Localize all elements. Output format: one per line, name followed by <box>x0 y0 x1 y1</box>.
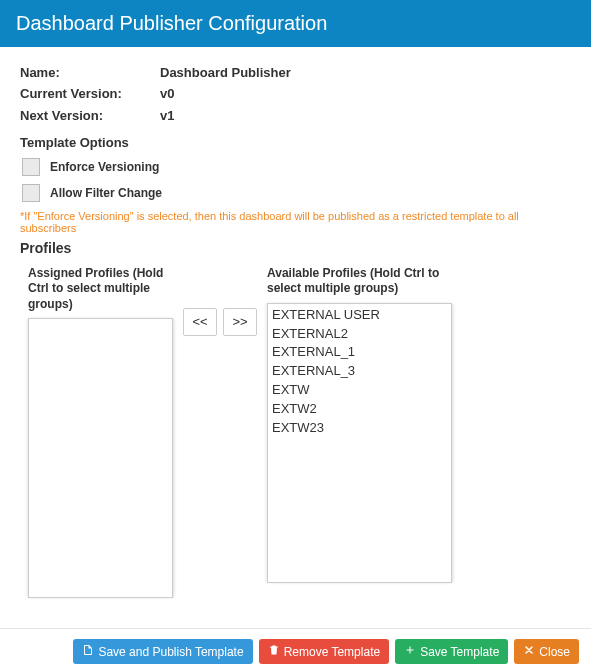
field-name-row: Name: Dashboard Publisher <box>20 65 571 80</box>
assigned-profiles-label: Assigned Profiles (Hold Ctrl to select m… <box>28 266 173 313</box>
list-item[interactable]: EXTW2 <box>272 400 447 419</box>
allow-filter-change-row: Allow Filter Change <box>20 184 571 202</box>
profiles-title: Profiles <box>20 240 571 256</box>
plus-icon <box>404 644 416 659</box>
trash-icon <box>268 644 280 659</box>
profiles-grid: Assigned Profiles (Hold Ctrl to select m… <box>20 266 571 599</box>
dialog-header: Dashboard Publisher Configuration <box>0 0 591 47</box>
available-profiles-column: Available Profiles (Hold Ctrl to select … <box>267 266 452 583</box>
close-button[interactable]: Close <box>514 639 579 664</box>
current-version-value: v0 <box>160 86 174 102</box>
dialog-title: Dashboard Publisher Configuration <box>16 12 327 34</box>
allow-filter-change-checkbox[interactable] <box>22 184 40 202</box>
allow-filter-change-label: Allow Filter Change <box>50 186 162 200</box>
list-item[interactable]: EXTERNAL2 <box>272 325 447 344</box>
remove-template-button[interactable]: Remove Template <box>259 639 390 664</box>
list-item[interactable]: EXTERNAL_1 <box>272 343 447 362</box>
save-template-button[interactable]: Save Template <box>395 639 508 664</box>
template-options-title: Template Options <box>20 135 571 150</box>
save-publish-button[interactable]: Save and Publish Template <box>73 639 252 664</box>
next-version-value: v1 <box>160 108 174 123</box>
list-item[interactable]: EXTERNAL_3 <box>272 362 447 381</box>
enforce-versioning-row: Enforce Versioning <box>20 158 571 176</box>
enforce-versioning-checkbox[interactable] <box>22 158 40 176</box>
assigned-profiles-listbox[interactable] <box>28 318 173 598</box>
available-profiles-listbox[interactable]: EXTERNAL USEREXTERNAL2EXTERNAL_1EXTERNAL… <box>267 303 452 583</box>
field-next-version-row: Next Version: v1 <box>20 108 571 123</box>
enforce-versioning-hint: *If "Enforce Versioning" is selected, th… <box>20 210 571 234</box>
document-icon <box>82 644 94 659</box>
list-item[interactable]: EXTW23 <box>272 419 447 438</box>
enforce-versioning-label: Enforce Versioning <box>50 160 159 174</box>
field-current-version-row: Current Version: v0 <box>20 86 571 102</box>
dialog-body: Name: Dashboard Publisher Current Versio… <box>0 47 591 608</box>
next-version-label: Next Version: <box>20 108 160 123</box>
list-item[interactable]: EXTERNAL USER <box>272 306 447 325</box>
list-item[interactable]: EXTW <box>272 381 447 400</box>
save-template-label: Save Template <box>420 645 499 659</box>
move-right-button[interactable]: >> <box>223 308 257 336</box>
available-profiles-label: Available Profiles (Hold Ctrl to select … <box>267 266 452 297</box>
name-label: Name: <box>20 65 160 80</box>
move-left-button[interactable]: << <box>183 308 217 336</box>
dialog-footer: Save and Publish Template Remove Templat… <box>0 628 591 665</box>
mover-buttons: << >> <box>183 308 257 336</box>
name-value: Dashboard Publisher <box>160 65 291 80</box>
close-label: Close <box>539 645 570 659</box>
remove-template-label: Remove Template <box>284 645 381 659</box>
assigned-profiles-column: Assigned Profiles (Hold Ctrl to select m… <box>28 266 173 599</box>
close-icon <box>523 644 535 659</box>
save-publish-label: Save and Publish Template <box>98 645 243 659</box>
current-version-label: Current Version: <box>20 86 160 102</box>
